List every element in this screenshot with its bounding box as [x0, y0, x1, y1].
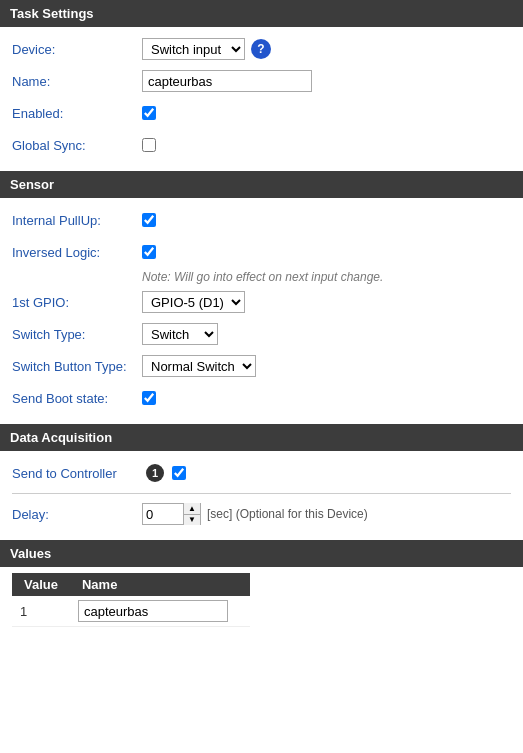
data-acquisition-header: Data Acquisition	[0, 424, 523, 451]
name-label: Name:	[12, 74, 142, 89]
divider-1	[12, 493, 511, 494]
send-boot-state-checkbox[interactable]	[142, 391, 156, 405]
send-to-controller-label: Send to Controller	[12, 466, 142, 481]
switch-button-type-control: Normal Switch Toggle Switch Long Press	[142, 355, 256, 377]
switch-type-label: Switch Type:	[12, 327, 142, 342]
device-control: Switch input Digital input Analog input …	[142, 38, 271, 60]
send-to-controller-badge: 1	[146, 464, 164, 482]
values-col-name-header: Name	[70, 573, 250, 596]
data-acquisition-title: Data Acquisition	[10, 430, 112, 445]
delay-control: ▲ ▼ [sec] (Optional for this Device)	[142, 503, 368, 525]
name-cell	[70, 596, 250, 627]
global-sync-label: Global Sync:	[12, 138, 142, 153]
global-sync-checkbox[interactable]	[142, 138, 156, 152]
name-control	[142, 70, 312, 92]
device-label: Device:	[12, 42, 142, 57]
switch-type-select[interactable]: Switch Dimmer Button	[142, 323, 218, 345]
values-table: Value Name 1	[12, 573, 250, 627]
delay-input[interactable]	[143, 504, 183, 524]
switch-button-type-row: Switch Button Type: Normal Switch Toggle…	[12, 352, 511, 380]
send-to-controller-control	[172, 466, 186, 480]
device-help-icon[interactable]: ?	[251, 39, 271, 59]
global-sync-row: Global Sync:	[12, 131, 511, 159]
delay-increment-button[interactable]: ▲	[184, 503, 200, 515]
enabled-row: Enabled:	[12, 99, 511, 127]
delay-unit: [sec] (Optional for this Device)	[207, 507, 368, 521]
send-boot-state-label: Send Boot state:	[12, 391, 142, 406]
gpio-control: GPIO-5 (D1) GPIO-4 (D2) GPIO-0 (D3) GPIO…	[142, 291, 245, 313]
values-title: Values	[10, 546, 51, 561]
global-sync-control	[142, 138, 156, 152]
internal-pullup-checkbox[interactable]	[142, 213, 156, 227]
values-col-value-header: Value	[12, 573, 70, 596]
delay-row: Delay: ▲ ▼ [sec] (Optional for this Devi…	[12, 500, 511, 528]
send-to-controller-checkbox[interactable]	[172, 466, 186, 480]
switch-type-row: Switch Type: Switch Dimmer Button	[12, 320, 511, 348]
data-acquisition-form: Send to Controller 1 Delay: ▲ ▼ [sec] (O…	[0, 451, 523, 540]
internal-pullup-label: Internal PullUp:	[12, 213, 142, 228]
values-header: Values	[0, 540, 523, 567]
send-to-controller-row: Send to Controller 1	[12, 459, 511, 487]
sensor-title: Sensor	[10, 177, 54, 192]
value-cell: 1	[12, 596, 70, 627]
switch-button-type-select[interactable]: Normal Switch Toggle Switch Long Press	[142, 355, 256, 377]
task-settings-header: Task Settings	[0, 0, 523, 27]
internal-pullup-control	[142, 213, 156, 227]
name-input[interactable]	[142, 70, 312, 92]
inversed-logic-row: Inversed Logic:	[12, 238, 511, 266]
value-name-input[interactable]	[78, 600, 228, 622]
sensor-form: Internal PullUp: Inversed Logic: Note: W…	[0, 198, 523, 424]
gpio-select[interactable]: GPIO-5 (D1) GPIO-4 (D2) GPIO-0 (D3) GPIO…	[142, 291, 245, 313]
gpio-label: 1st GPIO:	[12, 295, 142, 310]
name-row: Name:	[12, 67, 511, 95]
device-select[interactable]: Switch input Digital input Analog input	[142, 38, 245, 60]
delay-spinner: ▲ ▼	[142, 503, 201, 525]
send-boot-state-row: Send Boot state:	[12, 384, 511, 412]
device-row: Device: Switch input Digital input Analo…	[12, 35, 511, 63]
inversed-logic-label: Inversed Logic:	[12, 245, 142, 260]
enabled-label: Enabled:	[12, 106, 142, 121]
gpio-row: 1st GPIO: GPIO-5 (D1) GPIO-4 (D2) GPIO-0…	[12, 288, 511, 316]
switch-type-control: Switch Dimmer Button	[142, 323, 218, 345]
inversed-logic-checkbox[interactable]	[142, 245, 156, 259]
table-row: 1	[12, 596, 250, 627]
send-boot-state-control	[142, 391, 156, 405]
delay-spinner-btns: ▲ ▼	[183, 503, 200, 525]
sensor-note: Note: Will go into effect on next input …	[12, 270, 511, 284]
delay-decrement-button[interactable]: ▼	[184, 515, 200, 526]
enabled-checkbox[interactable]	[142, 106, 156, 120]
values-table-header-row: Value Name	[12, 573, 250, 596]
task-settings-title: Task Settings	[10, 6, 94, 21]
inversed-logic-control	[142, 245, 156, 259]
enabled-control	[142, 106, 156, 120]
internal-pullup-row: Internal PullUp:	[12, 206, 511, 234]
switch-button-type-label: Switch Button Type:	[12, 359, 142, 374]
task-settings-form: Device: Switch input Digital input Analo…	[0, 27, 523, 171]
sensor-header: Sensor	[0, 171, 523, 198]
delay-label: Delay:	[12, 507, 142, 522]
